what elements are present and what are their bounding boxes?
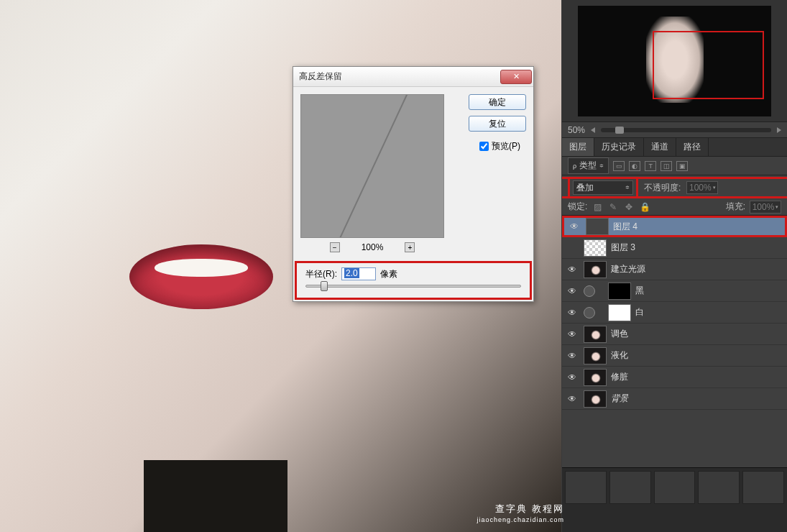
thumb-slot[interactable] [565, 471, 607, 504]
thumb-slot[interactable] [609, 471, 651, 504]
preview-content [323, 94, 410, 238]
radius-section: 半径(R): 2.0 像素 [295, 261, 532, 300]
layer-name[interactable]: 建立光源 [611, 263, 784, 275]
navigator-viewport[interactable] [653, 31, 764, 99]
radius-slider-thumb[interactable] [321, 281, 328, 291]
tab-layers[interactable]: 图层 [562, 138, 594, 156]
opacity-input[interactable]: 100%▾ [686, 181, 718, 194]
radius-unit: 像素 [380, 268, 397, 280]
visibility-eye-icon[interactable]: 👁 [565, 327, 579, 341]
layer-thumbnail[interactable] [584, 347, 607, 364]
visibility-eye-icon[interactable]: 👁 [567, 219, 581, 234]
zoom-slider-thumb[interactable] [615, 127, 624, 134]
layer-name[interactable]: 调色 [611, 328, 784, 340]
zoom-value: 50% [568, 125, 585, 135]
layer-name[interactable]: 白 [635, 306, 784, 318]
layer-thumbnail[interactable] [584, 390, 607, 408]
visibility-eye-icon[interactable]: 👁 [565, 392, 579, 406]
thumb-slot[interactable] [698, 471, 740, 504]
navigator-preview[interactable] [578, 6, 771, 116]
lock-position-icon[interactable]: ✥ [623, 202, 635, 212]
layer-thumbnail[interactable] [586, 218, 609, 235]
layer-name[interactable]: 图层 4 [613, 221, 782, 233]
fx-indicator-icon[interactable] [584, 307, 595, 318]
tab-channels[interactable]: 通道 [644, 138, 676, 156]
preview-checkbox[interactable] [479, 142, 489, 151]
layers-list: 👁图层 4图层 3👁建立光源👁黑👁白👁调色👁液化👁修脏👁背景 [562, 216, 787, 467]
bottom-thumbnail-strip [562, 467, 787, 532]
layer-row[interactable]: 👁建立光源 [562, 259, 787, 280]
close-icon[interactable]: ✕ [500, 70, 532, 84]
watermark: 查字典 教程网 jiaocheng.chazidian.com [477, 503, 564, 525]
dialog-title: 高反差保留 [299, 70, 500, 83]
layer-filter-row: ρ 类型 ≑ ▭ ◐ T ◫ ▣ [562, 157, 787, 175]
panel-tabs: 图层 历史记录 通道 路径 [562, 138, 787, 157]
layer-thumbnail[interactable] [584, 239, 607, 257]
zoom-percent: 100% [362, 242, 384, 252]
preview-checkbox-row[interactable]: 预览(P) [479, 140, 520, 152]
visibility-eye-icon[interactable]: 👁 [565, 262, 579, 277]
layer-name[interactable]: 黑 [635, 285, 784, 297]
layer-thumbnail[interactable] [584, 326, 607, 343]
zoom-out-icon[interactable] [591, 127, 595, 133]
tab-paths[interactable]: 路径 [676, 138, 709, 156]
lock-paint-icon[interactable]: ✎ [607, 202, 619, 212]
visibility-eye-icon[interactable]: 👁 [565, 306, 579, 320]
navigator-panel [562, 0, 787, 122]
visibility-eye-icon[interactable]: 👁 [565, 284, 579, 298]
filter-preview[interactable] [300, 94, 444, 238]
layer-row[interactable]: 👁修脏 [562, 367, 787, 388]
blend-mode-row: 叠加≑ 不透明度: 100%▾ [562, 177, 787, 198]
image-shadow [144, 460, 287, 532]
layer-name[interactable]: 背景 [611, 393, 784, 405]
lock-all-icon[interactable]: 🔒 [639, 202, 650, 212]
lock-transparent-icon[interactable]: ▨ [592, 202, 603, 212]
layer-name[interactable]: 图层 3 [611, 242, 784, 254]
layer-thumbnail[interactable] [584, 261, 607, 278]
fill-input[interactable]: 100%▾ [750, 201, 781, 214]
filter-smart-icon[interactable]: ▣ [676, 161, 688, 171]
layer-name[interactable]: 液化 [611, 349, 784, 362]
filter-adjust-icon[interactable]: ◐ [629, 161, 640, 171]
opacity-label: 不透明度: [644, 182, 681, 194]
ok-button[interactable]: 确定 [469, 94, 526, 110]
filter-shape-icon[interactable]: ◫ [661, 161, 672, 171]
watermark-title: 查字典 教程网 [477, 503, 564, 515]
visibility-eye-icon[interactable]: 👁 [565, 349, 579, 363]
radius-input[interactable]: 2.0 [341, 267, 376, 280]
visibility-eye-icon[interactable] [565, 241, 579, 255]
fill-label: 填充: [726, 201, 745, 213]
zoom-in-icon[interactable] [777, 127, 781, 133]
thumb-slot[interactable] [654, 471, 696, 504]
image-teeth [155, 259, 248, 277]
layer-row[interactable]: 图层 3 [562, 237, 787, 259]
preview-label: 预览(P) [492, 140, 520, 152]
layer-name[interactable]: 修脏 [611, 371, 784, 383]
layer-row[interactable]: 👁黑 [562, 280, 787, 302]
layer-row[interactable]: 👁白 [562, 302, 787, 324]
layer-row[interactable]: 👁图层 4 [562, 216, 787, 237]
filter-type-icon[interactable]: T [645, 161, 656, 171]
thumb-slot[interactable] [742, 471, 784, 504]
radius-slider[interactable] [305, 285, 521, 288]
layer-row[interactable]: 👁背景 [562, 388, 787, 410]
tab-history[interactable]: 历史记录 [594, 138, 644, 156]
blend-mode-select[interactable]: 叠加≑ [573, 180, 633, 195]
fx-indicator-icon[interactable] [584, 285, 595, 297]
layer-thumbnail[interactable] [608, 304, 631, 321]
zoom-slider[interactable] [601, 128, 771, 132]
dialog-titlebar[interactable]: 高反差保留 ✕ [293, 67, 533, 87]
layer-row[interactable]: 👁调色 [562, 324, 787, 345]
zoom-in-button[interactable]: + [405, 242, 415, 252]
high-pass-dialog: 高反差保留 ✕ − 100% + 确定 复位 预览(P) 半径(R): 2.0 [293, 66, 534, 302]
radius-label: 半径(R): [305, 268, 337, 280]
layer-thumbnail[interactable] [584, 369, 607, 386]
visibility-eye-icon[interactable]: 👁 [565, 370, 579, 385]
zoom-out-button[interactable]: − [330, 242, 340, 252]
right-panels: 50% 图层 历史记录 通道 路径 ρ 类型 ≑ ▭ ◐ T ◫ ▣ 叠加≑ 不… [562, 0, 787, 532]
filter-type-select[interactable]: ρ 类型 ≑ [568, 157, 609, 174]
filter-pixel-icon[interactable]: ▭ [613, 161, 625, 171]
layer-thumbnail[interactable] [608, 283, 631, 300]
layer-row[interactable]: 👁液化 [562, 345, 787, 367]
reset-button[interactable]: 复位 [469, 116, 526, 132]
